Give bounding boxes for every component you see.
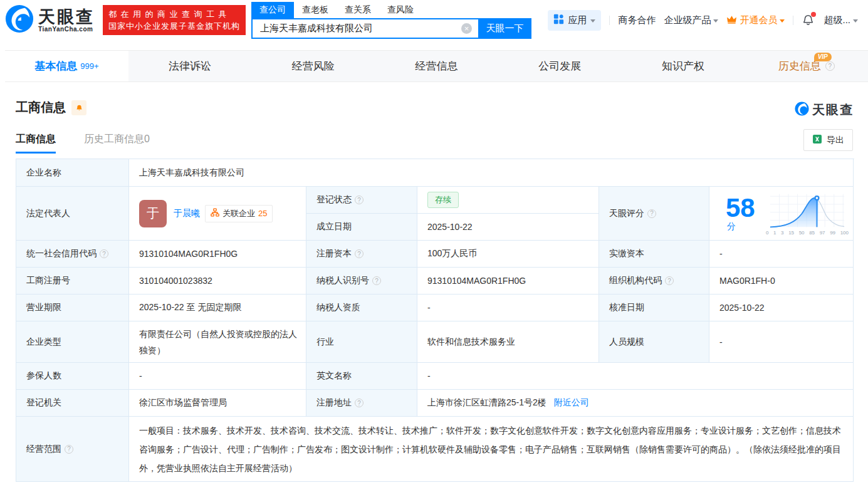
approval-date-label: 核准日期 <box>599 295 709 321</box>
address-value: 上海市徐汇区虹漕路25-1号2楼 <box>427 397 546 409</box>
top-menu: 应用 商务合作 企业级产品 开通会员 <box>548 10 868 31</box>
nearby-companies-link[interactable]: 附近公司 <box>554 397 589 409</box>
menu-item-cooperation[interactable]: 商务合作 <box>618 14 656 26</box>
chevron-down-icon <box>713 19 718 23</box>
help-icon[interactable] <box>372 276 381 285</box>
export-button[interactable]: 导出 <box>803 129 853 151</box>
axis-tick: 0 <box>766 230 768 236</box>
tab-basic-info-count: 999+ <box>80 61 98 71</box>
business-term-label: 营业期限 <box>16 295 129 321</box>
help-icon[interactable] <box>647 209 656 218</box>
tab-basic-info-label: 基本信息 <box>34 59 77 73</box>
help-icon[interactable] <box>100 249 108 258</box>
business-scope-text: 一般项目：技术服务、技术开发、技术咨询、技术交流、技术转让、技术推广；软件开发；… <box>139 421 844 477</box>
divider <box>609 16 610 25</box>
tab-history-info[interactable]: 历史信息 VIP <box>745 51 868 81</box>
table-row: 参保人数 - 英文名称 - <box>16 363 854 390</box>
business-scope-value: 一般项目：技术服务、技术开发、技术咨询、技术交流、技术转让、技术推广；软件开发；… <box>129 417 854 482</box>
menu-item-enterprise[interactable]: 企业级产品 <box>664 14 718 26</box>
company-name-label: 企业名称 <box>16 159 129 187</box>
related-companies-label: 关联企业 <box>222 208 255 219</box>
org-code-label: 组织机构代码 <box>599 268 709 295</box>
legal-rep-avatar[interactable]: 于 <box>139 200 167 227</box>
business-scope-label-text: 经营范围 <box>26 444 61 455</box>
reg-status-label-text: 登记状态 <box>316 194 352 206</box>
related-companies-badge[interactable]: 关联企业 25 <box>205 205 273 222</box>
subtab-history-business-info[interactable]: 历史工商信息0 <box>84 133 150 154</box>
help-icon[interactable] <box>665 276 674 285</box>
export-button-label: 导出 <box>827 135 844 146</box>
tab-intellectual-property[interactable]: 知识产权 <box>622 51 745 81</box>
company-type-value: 有限责任公司（自然人投资或控股的法人独资） <box>129 321 306 363</box>
table-row: 工商注册号 310104001023832 纳税人识别号 91310104MAG… <box>16 268 854 295</box>
legal-rep-name-link[interactable]: 于晨曦 <box>174 208 200 219</box>
score-unit: 分 <box>727 221 736 231</box>
apps-menu[interactable]: 应用 <box>548 10 601 31</box>
divider <box>793 16 793 25</box>
reg-authority-value: 徐汇区市场监督管理局 <box>129 390 306 417</box>
status-badge: 存续 <box>427 192 459 208</box>
tab-basic-info[interactable]: 基本信息 999+ <box>5 51 128 81</box>
page-header: 天眼查 TianYanCha.com 都在用的商业查询工具 国家中小企业发展子基… <box>0 0 868 40</box>
search-clear-icon[interactable] <box>461 23 472 34</box>
subtab-business-info[interactable]: 工商信息 <box>16 133 56 154</box>
help-icon[interactable] <box>355 249 363 258</box>
menu-item-enterprise-label: 企业级产品 <box>664 14 711 26</box>
business-term-value: 2025-10-22 至 无固定期限 <box>129 295 306 321</box>
help-icon[interactable] <box>355 196 363 204</box>
subscribe-bell-icon[interactable] <box>71 100 86 115</box>
logo-title: 天眼查 <box>38 8 95 26</box>
address-label-text: 注册地址 <box>316 397 352 409</box>
table-row: 经营范围 一般项目：技术服务、技术开发、技术咨询、技术交流、技术转让、技术推广；… <box>16 417 854 482</box>
reg-capital-value: 100万人民币 <box>417 241 599 268</box>
tab-operation-risk[interactable]: 经营风险 <box>251 51 375 81</box>
crown-icon <box>726 15 737 26</box>
taxpayer-id-value: 91310104MAG0R1FH0G <box>417 268 599 295</box>
tab-operation-info[interactable]: 经营信息 <box>375 51 498 81</box>
notification-red-dot <box>811 12 816 17</box>
search-input[interactable] <box>251 18 478 39</box>
search-tab-risk[interactable]: 查风险 <box>379 2 422 18</box>
address-label: 注册地址 <box>306 390 417 417</box>
watermark-text: 天眼查 <box>812 102 854 118</box>
reg-number-value: 310104001023832 <box>129 268 306 295</box>
menu-item-open-vip[interactable]: 开通会员 <box>726 14 785 26</box>
search-tab-relation[interactable]: 查关系 <box>337 2 379 18</box>
section-title: 工商信息 <box>16 99 66 116</box>
address-cell: 上海市徐汇区虹漕路25-1号2楼 附近公司 <box>417 390 854 417</box>
tab-legal-litigation[interactable]: 法律诉讼 <box>128 51 252 81</box>
company-nav-tabbar: 基本信息 999+ 法律诉讼 经营风险 经营信息 公司发展 知识产权 历史信息 … <box>5 50 868 82</box>
notification-bell-icon[interactable] <box>802 13 815 27</box>
search-tabs: 查公司 查老板 查关系 查风险 <box>251 2 531 18</box>
help-icon[interactable] <box>825 61 835 71</box>
help-icon[interactable] <box>355 399 363 407</box>
score-value: 58 <box>726 193 755 222</box>
org-code-label-text: 组织机构代码 <box>609 275 662 286</box>
axis-tick: 15 <box>788 230 794 236</box>
chevron-down-icon <box>590 19 595 23</box>
score-cell[interactable]: 58分 <box>709 187 854 241</box>
menu-item-super-vip[interactable]: 超级... <box>824 14 858 26</box>
table-row: 法定代表人 于 于晨曦 关联企业 25 登记状态 <box>16 187 854 241</box>
search-area: 查公司 查老板 查关系 查风险 天眼一下 <box>251 2 531 39</box>
tianyancha-logo[interactable]: 天眼查 TianYanCha.com <box>5 4 95 36</box>
tab-company-development[interactable]: 公司发展 <box>498 51 622 81</box>
promo-banner: 都在用的商业查询工具 国家中小企业发展子基金旗下机构 <box>103 5 246 35</box>
reg-authority-label: 登记机关 <box>16 390 129 417</box>
search-tab-company[interactable]: 查公司 <box>251 2 294 18</box>
apps-grid-icon <box>553 14 564 27</box>
legal-rep-cell: 于 于晨曦 关联企业 25 <box>129 187 306 241</box>
chevron-down-icon <box>780 19 785 23</box>
insured-value: - <box>129 363 306 390</box>
paid-capital-label: 实缴资本 <box>599 241 709 268</box>
business-info-subtabs: 工商信息 历史工商信息0 <box>16 133 150 154</box>
promo-banner-line1: 都在用的商业查询工具 <box>108 8 240 20</box>
watermark-logo: 天眼查 <box>795 102 854 118</box>
search-button[interactable]: 天眼一下 <box>478 18 531 39</box>
help-icon[interactable] <box>65 445 73 454</box>
reg-capital-label: 注册资本 <box>306 241 417 268</box>
company-type-label: 企业类型 <box>16 321 129 363</box>
org-code-value: MAG0R1FH-0 <box>709 268 854 295</box>
search-tab-boss[interactable]: 查老板 <box>294 2 337 18</box>
staff-size-label: 人员规模 <box>599 321 709 363</box>
